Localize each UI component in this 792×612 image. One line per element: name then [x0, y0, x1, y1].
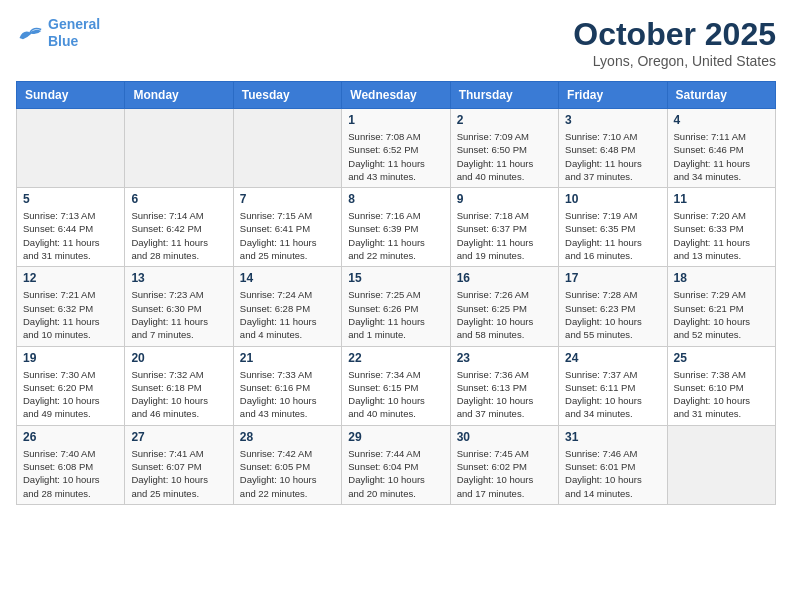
day-info: Sunrise: 7:11 AM Sunset: 6:46 PM Dayligh…: [674, 130, 769, 183]
day-info: Sunrise: 7:42 AM Sunset: 6:05 PM Dayligh…: [240, 447, 335, 500]
day-info: Sunrise: 7:45 AM Sunset: 6:02 PM Dayligh…: [457, 447, 552, 500]
calendar-day-cell: 19Sunrise: 7:30 AM Sunset: 6:20 PM Dayli…: [17, 346, 125, 425]
calendar-day-cell: 22Sunrise: 7:34 AM Sunset: 6:15 PM Dayli…: [342, 346, 450, 425]
day-number: 17: [565, 271, 660, 285]
logo: General Blue: [16, 16, 100, 50]
calendar-day-cell: 26Sunrise: 7:40 AM Sunset: 6:08 PM Dayli…: [17, 425, 125, 504]
calendar-header-wednesday: Wednesday: [342, 82, 450, 109]
calendar-day-cell: 27Sunrise: 7:41 AM Sunset: 6:07 PM Dayli…: [125, 425, 233, 504]
day-info: Sunrise: 7:10 AM Sunset: 6:48 PM Dayligh…: [565, 130, 660, 183]
day-info: Sunrise: 7:25 AM Sunset: 6:26 PM Dayligh…: [348, 288, 443, 341]
calendar-day-cell: [667, 425, 775, 504]
calendar-day-cell: 5Sunrise: 7:13 AM Sunset: 6:44 PM Daylig…: [17, 188, 125, 267]
day-info: Sunrise: 7:41 AM Sunset: 6:07 PM Dayligh…: [131, 447, 226, 500]
calendar-day-cell: 7Sunrise: 7:15 AM Sunset: 6:41 PM Daylig…: [233, 188, 341, 267]
day-info: Sunrise: 7:28 AM Sunset: 6:23 PM Dayligh…: [565, 288, 660, 341]
day-number: 25: [674, 351, 769, 365]
calendar-day-cell: 25Sunrise: 7:38 AM Sunset: 6:10 PM Dayli…: [667, 346, 775, 425]
day-number: 9: [457, 192, 552, 206]
day-info: Sunrise: 7:19 AM Sunset: 6:35 PM Dayligh…: [565, 209, 660, 262]
calendar-header-friday: Friday: [559, 82, 667, 109]
calendar-header-thursday: Thursday: [450, 82, 558, 109]
day-info: Sunrise: 7:38 AM Sunset: 6:10 PM Dayligh…: [674, 368, 769, 421]
logo-text: General Blue: [48, 16, 100, 50]
calendar-day-cell: 4Sunrise: 7:11 AM Sunset: 6:46 PM Daylig…: [667, 109, 775, 188]
calendar-week-row: 12Sunrise: 7:21 AM Sunset: 6:32 PM Dayli…: [17, 267, 776, 346]
calendar-day-cell: 20Sunrise: 7:32 AM Sunset: 6:18 PM Dayli…: [125, 346, 233, 425]
day-info: Sunrise: 7:21 AM Sunset: 6:32 PM Dayligh…: [23, 288, 118, 341]
day-info: Sunrise: 7:24 AM Sunset: 6:28 PM Dayligh…: [240, 288, 335, 341]
calendar-header-tuesday: Tuesday: [233, 82, 341, 109]
calendar-day-cell: 21Sunrise: 7:33 AM Sunset: 6:16 PM Dayli…: [233, 346, 341, 425]
day-info: Sunrise: 7:29 AM Sunset: 6:21 PM Dayligh…: [674, 288, 769, 341]
calendar-day-cell: 15Sunrise: 7:25 AM Sunset: 6:26 PM Dayli…: [342, 267, 450, 346]
calendar-day-cell: 28Sunrise: 7:42 AM Sunset: 6:05 PM Dayli…: [233, 425, 341, 504]
calendar-week-row: 5Sunrise: 7:13 AM Sunset: 6:44 PM Daylig…: [17, 188, 776, 267]
day-number: 20: [131, 351, 226, 365]
month-title: October 2025: [573, 16, 776, 53]
calendar-day-cell: 17Sunrise: 7:28 AM Sunset: 6:23 PM Dayli…: [559, 267, 667, 346]
calendar-day-cell: [17, 109, 125, 188]
calendar-header-monday: Monday: [125, 82, 233, 109]
calendar-week-row: 26Sunrise: 7:40 AM Sunset: 6:08 PM Dayli…: [17, 425, 776, 504]
calendar-day-cell: 8Sunrise: 7:16 AM Sunset: 6:39 PM Daylig…: [342, 188, 450, 267]
calendar-day-cell: 10Sunrise: 7:19 AM Sunset: 6:35 PM Dayli…: [559, 188, 667, 267]
day-number: 12: [23, 271, 118, 285]
day-number: 26: [23, 430, 118, 444]
day-info: Sunrise: 7:33 AM Sunset: 6:16 PM Dayligh…: [240, 368, 335, 421]
calendar-day-cell: 18Sunrise: 7:29 AM Sunset: 6:21 PM Dayli…: [667, 267, 775, 346]
day-number: 14: [240, 271, 335, 285]
day-number: 15: [348, 271, 443, 285]
calendar-day-cell: 12Sunrise: 7:21 AM Sunset: 6:32 PM Dayli…: [17, 267, 125, 346]
day-number: 30: [457, 430, 552, 444]
calendar-day-cell: 23Sunrise: 7:36 AM Sunset: 6:13 PM Dayli…: [450, 346, 558, 425]
day-number: 2: [457, 113, 552, 127]
day-info: Sunrise: 7:36 AM Sunset: 6:13 PM Dayligh…: [457, 368, 552, 421]
day-number: 23: [457, 351, 552, 365]
day-info: Sunrise: 7:16 AM Sunset: 6:39 PM Dayligh…: [348, 209, 443, 262]
calendar-table: SundayMondayTuesdayWednesdayThursdayFrid…: [16, 81, 776, 505]
day-number: 6: [131, 192, 226, 206]
calendar-week-row: 1Sunrise: 7:08 AM Sunset: 6:52 PM Daylig…: [17, 109, 776, 188]
day-info: Sunrise: 7:40 AM Sunset: 6:08 PM Dayligh…: [23, 447, 118, 500]
day-info: Sunrise: 7:30 AM Sunset: 6:20 PM Dayligh…: [23, 368, 118, 421]
calendar-day-cell: 16Sunrise: 7:26 AM Sunset: 6:25 PM Dayli…: [450, 267, 558, 346]
calendar-header-saturday: Saturday: [667, 82, 775, 109]
calendar-day-cell: 14Sunrise: 7:24 AM Sunset: 6:28 PM Dayli…: [233, 267, 341, 346]
day-number: 4: [674, 113, 769, 127]
day-number: 1: [348, 113, 443, 127]
day-number: 7: [240, 192, 335, 206]
day-number: 24: [565, 351, 660, 365]
day-info: Sunrise: 7:32 AM Sunset: 6:18 PM Dayligh…: [131, 368, 226, 421]
calendar-day-cell: 30Sunrise: 7:45 AM Sunset: 6:02 PM Dayli…: [450, 425, 558, 504]
day-number: 31: [565, 430, 660, 444]
calendar-header-row: SundayMondayTuesdayWednesdayThursdayFrid…: [17, 82, 776, 109]
day-number: 18: [674, 271, 769, 285]
title-block: October 2025 Lyons, Oregon, United State…: [573, 16, 776, 69]
logo-bird-icon: [16, 22, 44, 44]
calendar-week-row: 19Sunrise: 7:30 AM Sunset: 6:20 PM Dayli…: [17, 346, 776, 425]
day-info: Sunrise: 7:09 AM Sunset: 6:50 PM Dayligh…: [457, 130, 552, 183]
calendar-day-cell: 3Sunrise: 7:10 AM Sunset: 6:48 PM Daylig…: [559, 109, 667, 188]
calendar-day-cell: 24Sunrise: 7:37 AM Sunset: 6:11 PM Dayli…: [559, 346, 667, 425]
calendar-day-cell: 1Sunrise: 7:08 AM Sunset: 6:52 PM Daylig…: [342, 109, 450, 188]
location-title: Lyons, Oregon, United States: [573, 53, 776, 69]
day-info: Sunrise: 7:34 AM Sunset: 6:15 PM Dayligh…: [348, 368, 443, 421]
day-number: 13: [131, 271, 226, 285]
day-number: 21: [240, 351, 335, 365]
calendar-day-cell: 31Sunrise: 7:46 AM Sunset: 6:01 PM Dayli…: [559, 425, 667, 504]
day-number: 28: [240, 430, 335, 444]
day-number: 11: [674, 192, 769, 206]
calendar-day-cell: [233, 109, 341, 188]
calendar-day-cell: 13Sunrise: 7:23 AM Sunset: 6:30 PM Dayli…: [125, 267, 233, 346]
calendar-day-cell: 6Sunrise: 7:14 AM Sunset: 6:42 PM Daylig…: [125, 188, 233, 267]
day-number: 29: [348, 430, 443, 444]
day-info: Sunrise: 7:15 AM Sunset: 6:41 PM Dayligh…: [240, 209, 335, 262]
day-info: Sunrise: 7:44 AM Sunset: 6:04 PM Dayligh…: [348, 447, 443, 500]
day-info: Sunrise: 7:23 AM Sunset: 6:30 PM Dayligh…: [131, 288, 226, 341]
day-info: Sunrise: 7:20 AM Sunset: 6:33 PM Dayligh…: [674, 209, 769, 262]
calendar-day-cell: 11Sunrise: 7:20 AM Sunset: 6:33 PM Dayli…: [667, 188, 775, 267]
day-info: Sunrise: 7:08 AM Sunset: 6:52 PM Dayligh…: [348, 130, 443, 183]
day-number: 8: [348, 192, 443, 206]
page-header: General Blue October 2025 Lyons, Oregon,…: [16, 16, 776, 69]
